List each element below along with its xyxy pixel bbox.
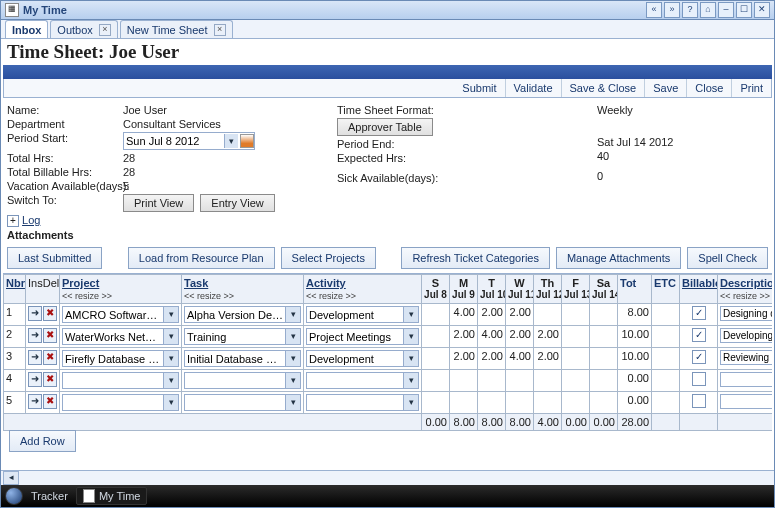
col-nbr[interactable]: Nbr: [4, 275, 26, 304]
add-row-button[interactable]: Add Row: [9, 430, 76, 452]
insert-row-icon[interactable]: ➜: [28, 394, 42, 409]
col-tot[interactable]: Tot: [618, 275, 652, 304]
chevron-down-icon[interactable]: ▾: [285, 307, 300, 322]
col-day-mon[interactable]: MJul 9: [450, 275, 478, 304]
delete-row-icon[interactable]: ✖: [43, 350, 57, 365]
hours-cell[interactable]: 2.00: [450, 348, 478, 370]
activity-input[interactable]: [307, 373, 403, 388]
hours-cell[interactable]: [562, 304, 590, 326]
project-input[interactable]: [63, 307, 163, 322]
expand-icon[interactable]: +: [7, 215, 19, 227]
scroll-left-icon[interactable]: ◂: [3, 471, 19, 485]
col-day-wed[interactable]: WJul 11: [506, 275, 534, 304]
col-task[interactable]: Task<< resize >>: [182, 275, 304, 304]
hours-cell[interactable]: [478, 392, 506, 414]
project-input[interactable]: [63, 329, 163, 344]
hours-cell[interactable]: [450, 370, 478, 392]
billable-checkbox[interactable]: ✓: [692, 328, 706, 342]
task-input[interactable]: [185, 307, 285, 322]
nav-first-button[interactable]: «: [646, 2, 662, 18]
chevron-down-icon[interactable]: ▾: [403, 307, 418, 322]
insert-row-icon[interactable]: ➜: [28, 372, 42, 387]
activity-combo[interactable]: ▾: [306, 350, 419, 367]
chevron-down-icon[interactable]: ▾: [163, 373, 178, 388]
manage-attachments-button[interactable]: Manage Attachments: [556, 247, 681, 269]
taskbar-item-mytime[interactable]: My Time: [76, 487, 148, 505]
task-combo[interactable]: ▾: [184, 328, 301, 345]
billable-checkbox[interactable]: ✓: [692, 350, 706, 364]
project-combo[interactable]: ▾: [62, 372, 179, 389]
insert-row-icon[interactable]: ➜: [28, 350, 42, 365]
project-combo[interactable]: ▾: [62, 350, 179, 367]
task-combo[interactable]: ▾: [184, 372, 301, 389]
calendar-icon[interactable]: [240, 134, 255, 148]
select-projects-button[interactable]: Select Projects: [281, 247, 376, 269]
hours-cell[interactable]: [534, 370, 562, 392]
etc-cell[interactable]: [652, 370, 680, 392]
description-input[interactable]: [720, 328, 772, 343]
activity-input[interactable]: [307, 329, 403, 344]
hours-cell[interactable]: [562, 392, 590, 414]
hours-cell[interactable]: [590, 370, 618, 392]
project-input[interactable]: [63, 395, 163, 410]
close-tab-icon[interactable]: ×: [99, 24, 111, 36]
hours-cell[interactable]: [422, 304, 450, 326]
print-button[interactable]: Print: [731, 79, 771, 97]
activity-combo[interactable]: ▾: [306, 372, 419, 389]
billable-checkbox[interactable]: [692, 372, 706, 386]
task-input[interactable]: [185, 351, 285, 366]
activity-input[interactable]: [307, 307, 403, 322]
etc-cell[interactable]: [652, 304, 680, 326]
hours-cell[interactable]: [450, 392, 478, 414]
chevron-down-icon[interactable]: ▾: [163, 307, 178, 322]
last-submitted-button[interactable]: Last Submitted: [7, 247, 102, 269]
hours-cell[interactable]: 2.00: [506, 304, 534, 326]
validate-button[interactable]: Validate: [505, 79, 561, 97]
chevron-down-icon[interactable]: ▾: [403, 329, 418, 344]
log-link[interactable]: Log: [22, 214, 40, 226]
chevron-down-icon[interactable]: ▾: [285, 373, 300, 388]
hours-cell[interactable]: 2.00: [534, 348, 562, 370]
hours-cell[interactable]: [590, 348, 618, 370]
project-combo[interactable]: ▾: [62, 306, 179, 323]
chevron-down-icon[interactable]: ▾: [163, 395, 178, 410]
col-day-sun[interactable]: SJul 8: [422, 275, 450, 304]
hours-cell[interactable]: 4.00: [450, 304, 478, 326]
chevron-down-icon[interactable]: ▾: [224, 134, 238, 148]
activity-combo[interactable]: ▾: [306, 394, 419, 411]
close-window-button[interactable]: ✕: [754, 2, 770, 18]
hours-cell[interactable]: [534, 304, 562, 326]
task-combo[interactable]: ▾: [184, 350, 301, 367]
col-etc[interactable]: ETC: [652, 275, 680, 304]
col-day-fri[interactable]: FJul 13: [562, 275, 590, 304]
hours-cell[interactable]: 2.00: [478, 304, 506, 326]
project-combo[interactable]: ▾: [62, 394, 179, 411]
hours-cell[interactable]: [590, 392, 618, 414]
chevron-down-icon[interactable]: ▾: [403, 351, 418, 366]
hours-cell[interactable]: 2.00: [478, 348, 506, 370]
hours-cell[interactable]: [478, 370, 506, 392]
hours-cell[interactable]: 2.00: [506, 326, 534, 348]
hours-cell[interactable]: [422, 326, 450, 348]
task-input[interactable]: [185, 373, 285, 388]
chevron-down-icon[interactable]: ▾: [285, 351, 300, 366]
spell-check-button[interactable]: Spell Check: [687, 247, 768, 269]
insert-row-icon[interactable]: ➜: [28, 306, 42, 321]
hours-cell[interactable]: [422, 370, 450, 392]
hours-cell[interactable]: 4.00: [506, 348, 534, 370]
description-input[interactable]: [720, 306, 772, 321]
description-input[interactable]: [720, 394, 772, 409]
approver-table-button[interactable]: Approver Table: [337, 118, 433, 136]
tab-outbox[interactable]: Outbox×: [50, 20, 117, 38]
load-resource-plan-button[interactable]: Load from Resource Plan: [128, 247, 275, 269]
delete-row-icon[interactable]: ✖: [43, 394, 57, 409]
col-activity[interactable]: Activity<< resize >>: [304, 275, 422, 304]
help-button[interactable]: ?: [682, 2, 698, 18]
hours-cell[interactable]: [590, 304, 618, 326]
start-orb-icon[interactable]: [5, 487, 23, 505]
col-project[interactable]: Project<< resize >>: [60, 275, 182, 304]
col-billable[interactable]: Billable: [680, 275, 718, 304]
hours-cell[interactable]: [422, 348, 450, 370]
entry-view-button[interactable]: Entry View: [200, 194, 274, 212]
minimize-button[interactable]: –: [718, 2, 734, 18]
